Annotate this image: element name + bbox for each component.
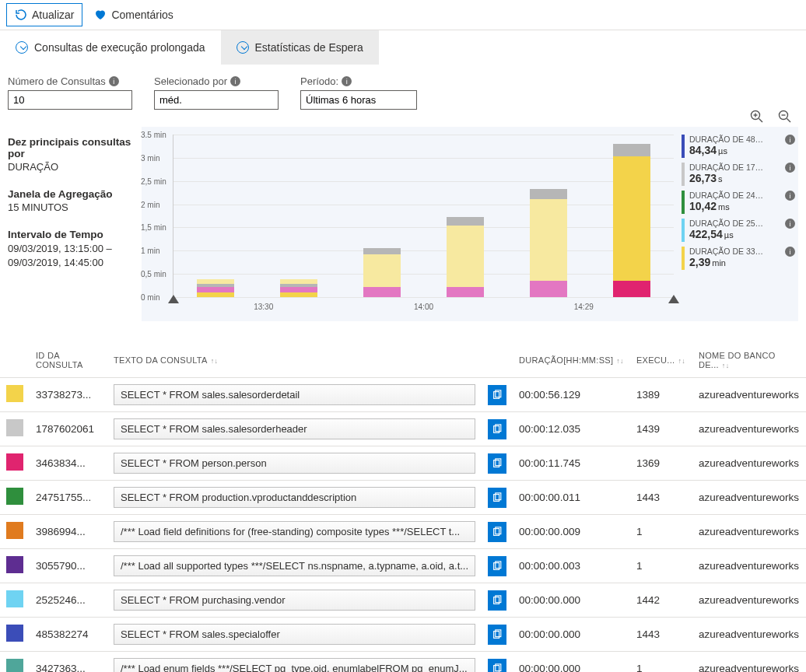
- y-axis-label: 2,5 min: [141, 177, 166, 185]
- copy-button[interactable]: [488, 522, 506, 542]
- table-row[interactable]: 3986994.../*** Load field definitions fo…: [0, 515, 806, 549]
- legend-item[interactable]: DURAÇÃO DE 17876...26,73si: [682, 163, 790, 186]
- table-row[interactable]: 1787602061SELECT * FROM sales.salesorder…: [0, 412, 806, 446]
- color-swatch: [6, 419, 23, 436]
- query-text-box[interactable]: /*** Load field definitions for (free-st…: [114, 521, 475, 542]
- cell-duration: 00:00:00.000: [513, 583, 630, 618]
- col-id[interactable]: ID DA CONSULTA: [36, 351, 83, 369]
- duration-chart[interactable]: 0 min0,5 min1 min1,5 min2 min2,5 min3 mi…: [173, 135, 674, 298]
- query-text-box[interactable]: SELECT * FROM person.person: [114, 453, 475, 474]
- query-text-box[interactable]: SELECT * FROM production.vproductanddesc…: [114, 487, 475, 508]
- col-dur[interactable]: DURAÇÃO[HH:MM:SS]: [519, 355, 613, 365]
- table-row[interactable]: 24751755...SELECT * FROM production.vpro…: [0, 481, 806, 515]
- cell-exec: 1: [630, 652, 692, 673]
- copy-button[interactable]: [488, 590, 506, 611]
- legend-value: 10,42ms: [689, 200, 767, 212]
- comments-label: Comentários: [111, 9, 173, 21]
- info-icon[interactable]: i: [785, 219, 795, 229]
- legend-item[interactable]: DURAÇÃO DE 4853...84,34µsi: [682, 135, 790, 158]
- table-row[interactable]: 2525246...SELECT * FROM purchasing.vendo…: [0, 583, 806, 618]
- col-text[interactable]: TEXTO DA CONSULTA: [114, 355, 208, 365]
- copy-button[interactable]: [488, 419, 506, 439]
- table-row[interactable]: 3427363.../*** Load enum fields ***/SELE…: [0, 652, 806, 673]
- range-handle-right[interactable]: [668, 295, 679, 303]
- range-handle-left[interactable]: [168, 295, 179, 303]
- selected-select[interactable]: méd.: [154, 90, 279, 110]
- comments-button[interactable]: Comentários: [86, 3, 181, 26]
- copy-button[interactable]: [488, 659, 506, 673]
- legend-header: DURAÇÃO DE 2525...: [689, 219, 767, 228]
- info-icon[interactable]: i: [109, 76, 119, 86]
- table-row[interactable]: 3055790.../*** Load all supported types …: [0, 549, 806, 583]
- col-db[interactable]: NOME DO BANCO DE...: [699, 351, 776, 369]
- zoom-out-icon[interactable]: [778, 110, 792, 128]
- info-icon[interactable]: i: [785, 247, 795, 257]
- color-swatch: [6, 625, 23, 642]
- copy-button[interactable]: [488, 385, 506, 405]
- col-exec[interactable]: EXECU...: [636, 355, 675, 365]
- cell-db: azureadventureworks: [692, 549, 806, 583]
- cell-exec: 1442: [630, 583, 692, 618]
- legend-item[interactable]: DURAÇÃO DE 2475...10,42msi: [682, 191, 790, 214]
- color-swatch: [6, 590, 23, 607]
- cell-id: 3463834...: [30, 446, 107, 481]
- cell-db: azureadventureworks: [692, 481, 806, 515]
- x-axis-label: 13:30: [254, 303, 273, 311]
- refresh-label: Atualizar: [32, 9, 74, 21]
- legend-value: 84,34µs: [689, 144, 767, 156]
- table-row[interactable]: 485382274SELECT * FROM sales.specialoffe…: [0, 618, 806, 652]
- cell-id: 2525246...: [30, 583, 107, 618]
- info-icon[interactable]: i: [342, 76, 352, 86]
- heart-icon: [94, 9, 107, 21]
- color-swatch: [6, 453, 23, 471]
- query-text-box[interactable]: SELECT * FROM sales.salesorderheader: [114, 418, 475, 439]
- sort-icon[interactable]: ↑↓: [678, 357, 685, 365]
- y-axis-label: 1,5 min: [141, 223, 166, 232]
- query-text-box[interactable]: /*** Load all supported types ***/SELECT…: [114, 555, 475, 576]
- info-icon[interactable]: i: [785, 135, 795, 145]
- zoom-in-icon[interactable]: [750, 110, 764, 128]
- metric-value: DURAÇÃO: [8, 161, 132, 173]
- copy-button[interactable]: [488, 625, 506, 645]
- range-title: Intervalo de Tempo: [8, 229, 132, 240]
- cell-exec: 1: [630, 515, 692, 549]
- refresh-icon: [15, 9, 27, 21]
- tab-wait-stats[interactable]: Estatísticas de Espera: [221, 30, 379, 65]
- agg-title: Janela de Agregação: [8, 188, 132, 200]
- tab-long-running[interactable]: Consultas de execução prolongada: [0, 30, 221, 65]
- sort-icon[interactable]: ↑↓: [211, 357, 219, 365]
- query-text-box[interactable]: SELECT * FROM purchasing.vendor: [114, 590, 475, 611]
- cell-exec: 1439: [630, 412, 692, 446]
- query-text-box[interactable]: SELECT * FROM sales.specialoffer: [114, 624, 475, 645]
- table-row[interactable]: 3463834...SELECT * FROM person.person00:…: [0, 446, 806, 481]
- copy-button[interactable]: [488, 453, 506, 474]
- legend-item[interactable]: DURAÇÃO DE 2525...422,54µsi: [682, 219, 790, 242]
- legend-item[interactable]: DURAÇÃO DE 3373...2,39mini: [682, 247, 790, 270]
- query-text-box[interactable]: /*** Load enum fields ***/SELECT pg_type…: [114, 658, 475, 672]
- y-axis-label: 0 min: [141, 293, 159, 302]
- legend-header: DURAÇÃO DE 17876...: [689, 163, 767, 172]
- info-icon[interactable]: i: [785, 191, 795, 201]
- refresh-button[interactable]: Atualizar: [6, 3, 82, 26]
- tab-long-running-label: Consultas de execução prolongada: [34, 41, 205, 54]
- cell-duration: 00:00:00.003: [513, 549, 630, 583]
- color-swatch: [6, 659, 23, 672]
- info-icon[interactable]: i: [230, 76, 240, 86]
- numquery-label: Número de Consultas i: [8, 75, 132, 87]
- copy-button[interactable]: [488, 556, 506, 576]
- numquery-select[interactable]: 10: [8, 90, 132, 110]
- info-icon[interactable]: i: [785, 163, 795, 173]
- y-axis-label: 0,5 min: [141, 270, 166, 278]
- cell-db: azureadventureworks: [692, 412, 806, 446]
- selected-label: Selecionado por i: [154, 75, 279, 87]
- table-row[interactable]: 33738273...SELECT * FROM sales.salesorde…: [0, 378, 806, 412]
- period-select[interactable]: Últimas 6 horas: [300, 90, 417, 110]
- sort-icon[interactable]: ↑↓: [616, 357, 624, 365]
- sort-icon[interactable]: ↑↓: [722, 362, 730, 369]
- y-axis-label: 2 min: [141, 200, 159, 208]
- cell-duration: 00:00:11.745: [513, 446, 630, 481]
- query-text-box[interactable]: SELECT * FROM sales.salesorderdetail: [114, 384, 475, 405]
- copy-button[interactable]: [488, 488, 506, 508]
- x-axis-label: 14:29: [574, 303, 594, 311]
- tab-wait-stats-label: Estatísticas de Espera: [255, 41, 363, 54]
